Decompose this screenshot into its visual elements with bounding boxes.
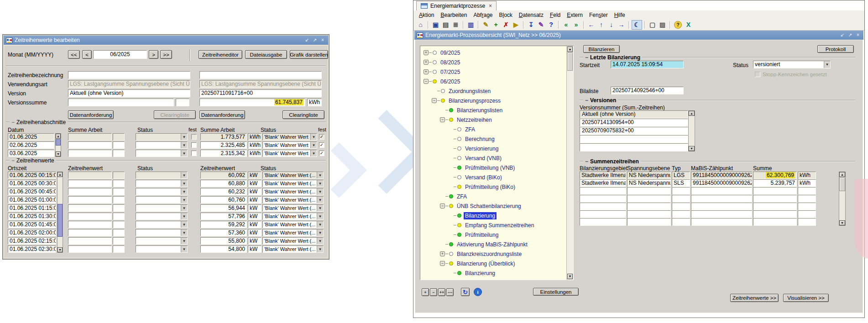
bilanzieren-button[interactable]: Bilanzieren [583,45,620,53]
mabis-zaehlpunkt-cell[interactable] [691,203,752,210]
zeitreihenwert-field-left[interactable] [68,221,112,228]
mabis-zaehlpunkt-cell[interactable]: 9911845000009000926ZN [691,179,752,187]
status-combo-left[interactable]: ▼ [136,204,188,212]
month-nav-button[interactable]: << [68,50,80,59]
tree-item-label[interactable]: Prüfmitteilung (BiKo) [464,183,517,191]
delete-record-icon[interactable]: ✗ [501,20,511,30]
tree-item-label[interactable]: Bilanzierung [464,270,497,277]
summen-scrollbar[interactable]: ▲▼ [839,172,846,226]
tree-item[interactable]: Prüfmitteilung (BiKo) [421,182,566,192]
unit-field-right[interactable]: kW [248,204,261,212]
scroll-down-icon[interactable]: ▼ [689,146,695,151]
chevron-down-icon[interactable]: ▼ [181,197,187,203]
zeitreihenwert-field-right[interactable]: 60,760 [200,196,247,203]
zeitreihenwert-field-left[interactable] [68,172,112,179]
chevron-down-icon[interactable]: ▼ [181,134,187,140]
scrollbar-thumb[interactable] [567,52,573,71]
chevron-down-icon[interactable]: ▼ [181,180,187,187]
window-control-icon[interactable]: ↙ [304,37,310,43]
unit-field-left[interactable] [113,229,125,236]
chevron-down-icon[interactable]: ▼ [181,246,187,252]
tree-item[interactable]: Aktivierung MaBiS-Zählpunkt [421,240,566,249]
unit-field-left[interactable] [113,245,125,253]
status-combo[interactable]: versioniert▼ [753,61,831,68]
fest-checkbox-right[interactable]: ✓ [319,134,324,140]
chevron-down-icon[interactable]: ▼ [181,213,187,219]
unit-field-left[interactable] [113,221,125,228]
tree-item-label[interactable]: Berechnung [464,135,496,143]
tree-expander-icon[interactable] [440,203,445,208]
bilanzierungsgebiet-cell[interactable] [580,203,626,210]
tree-item[interactable]: Bilanzierung [421,268,566,278]
tree-item-label[interactable]: Versand (BiKo) [464,174,503,181]
tab-close-icon[interactable]: × [489,3,492,9]
menu-bearbeiten[interactable]: Bearbeiten [437,11,470,19]
unit-field-right[interactable]: kW [248,188,261,195]
tree-item[interactable]: ÜNB Schattenbilanzierung [421,201,566,211]
tree-item-label[interactable]: Bilanzkreiszuordnungsliste [455,250,523,258]
tree-item[interactable]: Netzzeitreihen [421,115,566,125]
version-list-item[interactable]: Aktuell (ohne Version) [580,110,688,119]
status-combo-left[interactable]: ▼ [136,229,188,236]
unit-field-left[interactable] [113,180,125,187]
summe-cell[interactable]: 62.300,769 [753,172,797,179]
bottom-button[interactable]: Zeitreihenwerte >> [730,294,779,302]
summe-cell[interactable] [753,218,797,226]
status-combo-left[interactable]: ▼ [136,141,188,149]
attachment-icon[interactable]: ▢ [648,20,657,30]
unit-field-right[interactable]: kW [248,172,261,179]
execute-query-icon[interactable]: ▶ [511,20,521,30]
status-combo-left[interactable]: ▼ [136,245,188,253]
scroll-down-icon[interactable]: ▼ [56,151,61,156]
versionssumme-unit-left[interactable] [176,99,189,106]
unit-field-left[interactable] [113,133,125,141]
bilanzierungsgebiet-cell[interactable]: Stadtwerke Ilmenau S [580,172,626,179]
clipboard-icon[interactable]: ▨ [658,20,667,30]
abschnitt-date-field[interactable]: 02.06.2025 [8,141,54,149]
arrow-up-icon[interactable]: ↑ [596,20,606,30]
zeitreihenwert-field-left[interactable] [68,196,112,203]
tree-expander-icon[interactable] [432,98,437,103]
window-control-icon[interactable]: ↗ [847,32,853,38]
typ-cell[interactable] [672,218,690,226]
spannungsebene-cell[interactable] [627,203,671,210]
zeitreihenwert-field-right[interactable]: 55,800 [200,237,247,245]
chevron-down-icon[interactable]: ▼ [310,134,317,140]
typ-cell[interactable] [672,203,690,210]
status-combo-right[interactable]: 'Blank' Wahrer Wert (...▼ [262,180,324,187]
tree-item[interactable]: 06/2025 [421,77,566,86]
chevron-down-icon[interactable]: ▼ [181,205,187,211]
zeitreihenwert-field-left[interactable] [68,180,112,187]
scroll-up-icon[interactable]: ▲ [58,172,63,177]
tree-item-label[interactable]: Prüfmitteilung [464,231,500,239]
scroll-down-icon[interactable]: ▼ [567,274,573,279]
unit-field-right[interactable]: kW [248,237,261,245]
scroll-up-icon[interactable]: ▲ [689,111,695,116]
ortszeit-field[interactable]: 01.06.2025 01:15:00 [8,204,56,212]
tree-item[interactable]: Prüfmitteilung (VNB) [421,163,566,172]
typ-cell[interactable]: SLS [672,179,690,187]
version-list-item[interactable]: 20250714130954+00 [580,119,688,127]
status-combo-right[interactable]: 'Blank' Wahrer Wert (...▼ [262,204,324,212]
chevron-down-icon[interactable]: ▼ [181,229,187,236]
tree-item-label[interactable]: Empfang Summenzeitreihen [464,222,535,229]
unit-cell[interactable] [798,195,816,203]
status-combo-right[interactable]: 'Blank' Wahrer Wert (...▼ [262,196,324,203]
unit-cell[interactable]: kWh [798,179,816,187]
bilanzierungsgebiet-cell[interactable] [580,195,626,203]
unit-field-right[interactable]: kW [248,213,261,220]
fest-checkbox-left[interactable] [191,151,197,156]
zeitreihenwert-field-right[interactable]: 56,944 [200,204,247,212]
unit-field-right[interactable]: kW [248,180,261,187]
top-button[interactable]: Grafik darstellen [290,50,328,59]
summe-arbeit-field-left[interactable] [68,150,112,157]
chevron-down-icon[interactable]: ▼ [181,150,187,156]
zeitreihenwert-field-left[interactable] [68,204,112,212]
action-button[interactable]: Datenanforderung [68,110,114,119]
arrow-left-icon[interactable]: ← [586,20,596,30]
startzeit-field[interactable]: 14.07.2025 15:09:54 [611,61,684,68]
typ-cell[interactable] [672,195,690,203]
month-nav-button[interactable]: >> [160,50,172,59]
chevron-down-icon[interactable]: ▼ [317,197,323,203]
abschnitte-scrollbar[interactable]: ▲▼ [55,133,61,157]
